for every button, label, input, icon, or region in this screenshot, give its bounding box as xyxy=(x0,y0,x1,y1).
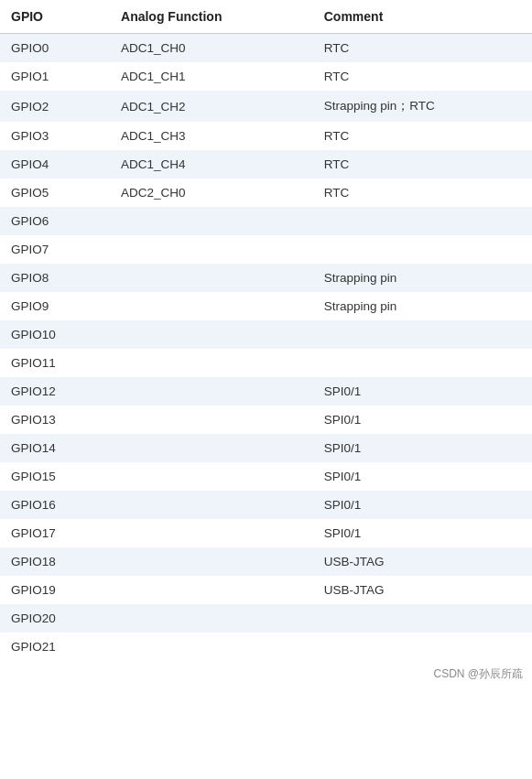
cell-gpio: GPIO13 xyxy=(0,406,110,434)
cell-gpio: GPIO0 xyxy=(0,34,110,63)
cell-comment: RTC xyxy=(313,122,532,150)
cell-analog xyxy=(110,377,313,406)
cell-gpio: GPIO18 xyxy=(0,547,110,576)
table-row: GPIO0ADC1_CH0RTC xyxy=(0,34,532,63)
table-row: GPIO8Strapping pin xyxy=(0,264,532,292)
cell-comment: SPI0/1 xyxy=(313,519,532,547)
cell-gpio: GPIO11 xyxy=(0,349,110,377)
cell-analog xyxy=(110,604,313,633)
cell-analog: ADC1_CH1 xyxy=(110,62,313,91)
cell-analog xyxy=(110,434,313,462)
cell-comment xyxy=(313,235,532,264)
cell-comment: SPI0/1 xyxy=(313,406,532,434)
cell-gpio: GPIO2 xyxy=(0,91,110,122)
header-analog: Analog Function xyxy=(110,0,313,34)
cell-comment: SPI0/1 xyxy=(313,377,532,406)
table-row: GPIO5ADC2_CH0RTC xyxy=(0,179,532,207)
cell-analog: ADC1_CH3 xyxy=(110,122,313,150)
cell-analog xyxy=(110,207,313,235)
table-row: GPIO7 xyxy=(0,235,532,264)
cell-gpio: GPIO21 xyxy=(0,633,110,661)
table-row: GPIO9Strapping pin xyxy=(0,292,532,320)
cell-analog xyxy=(110,491,313,519)
cell-comment: RTC xyxy=(313,150,532,179)
table-row: GPIO15SPI0/1 xyxy=(0,462,532,491)
header-comment: Comment xyxy=(313,0,532,34)
cell-analog xyxy=(110,406,313,434)
table-row: GPIO13SPI0/1 xyxy=(0,406,532,434)
cell-analog xyxy=(110,519,313,547)
cell-comment: SPI0/1 xyxy=(313,491,532,519)
cell-gpio: GPIO20 xyxy=(0,604,110,633)
main-table-container: GPIO Analog Function Comment GPIO0ADC1_C… xyxy=(0,0,532,687)
table-row: GPIO14SPI0/1 xyxy=(0,434,532,462)
cell-comment: RTC xyxy=(313,62,532,91)
cell-gpio: GPIO16 xyxy=(0,491,110,519)
cell-analog: ADC2_CH0 xyxy=(110,179,313,207)
cell-comment: USB-JTAG xyxy=(313,576,532,604)
cell-analog xyxy=(110,235,313,264)
table-row: GPIO17SPI0/1 xyxy=(0,519,532,547)
table-row: GPIO11 xyxy=(0,349,532,377)
cell-gpio: GPIO5 xyxy=(0,179,110,207)
cell-comment: SPI0/1 xyxy=(313,434,532,462)
gpio-table: GPIO Analog Function Comment GPIO0ADC1_C… xyxy=(0,0,532,661)
table-row: GPIO20 xyxy=(0,604,532,633)
cell-analog xyxy=(110,633,313,661)
cell-gpio: GPIO6 xyxy=(0,207,110,235)
cell-analog xyxy=(110,547,313,576)
table-header-row: GPIO Analog Function Comment xyxy=(0,0,532,34)
footer-credit: CSDN @孙辰所疏 xyxy=(0,661,532,687)
cell-comment xyxy=(313,349,532,377)
cell-gpio: GPIO1 xyxy=(0,62,110,91)
cell-gpio: GPIO8 xyxy=(0,264,110,292)
table-row: GPIO3ADC1_CH3RTC xyxy=(0,122,532,150)
cell-analog xyxy=(110,292,313,320)
cell-analog xyxy=(110,349,313,377)
table-row: GPIO12SPI0/1 xyxy=(0,377,532,406)
cell-analog: ADC1_CH4 xyxy=(110,150,313,179)
table-row: GPIO16SPI0/1 xyxy=(0,491,532,519)
cell-gpio: GPIO14 xyxy=(0,434,110,462)
cell-comment: SPI0/1 xyxy=(313,462,532,491)
cell-gpio: GPIO10 xyxy=(0,320,110,349)
table-row: GPIO10 xyxy=(0,320,532,349)
table-row: GPIO19USB-JTAG xyxy=(0,576,532,604)
cell-comment: Strapping pin；RTC xyxy=(313,91,532,122)
cell-comment xyxy=(313,633,532,661)
table-row: GPIO6 xyxy=(0,207,532,235)
cell-gpio: GPIO15 xyxy=(0,462,110,491)
cell-comment xyxy=(313,320,532,349)
cell-comment xyxy=(313,604,532,633)
cell-comment: Strapping pin xyxy=(313,264,532,292)
cell-gpio: GPIO17 xyxy=(0,519,110,547)
cell-comment: RTC xyxy=(313,179,532,207)
cell-analog: ADC1_CH2 xyxy=(110,91,313,122)
cell-gpio: GPIO9 xyxy=(0,292,110,320)
cell-comment xyxy=(313,207,532,235)
cell-analog: ADC1_CH0 xyxy=(110,34,313,63)
cell-analog xyxy=(110,462,313,491)
table-row: GPIO18USB-JTAG xyxy=(0,547,532,576)
cell-analog xyxy=(110,576,313,604)
cell-comment: Strapping pin xyxy=(313,292,532,320)
cell-gpio: GPIO12 xyxy=(0,377,110,406)
cell-gpio: GPIO3 xyxy=(0,122,110,150)
table-row: GPIO1ADC1_CH1RTC xyxy=(0,62,532,91)
table-row: GPIO21 xyxy=(0,633,532,661)
cell-gpio: GPIO7 xyxy=(0,235,110,264)
cell-analog xyxy=(110,320,313,349)
cell-gpio: GPIO4 xyxy=(0,150,110,179)
table-row: GPIO4ADC1_CH4RTC xyxy=(0,150,532,179)
table-row: GPIO2ADC1_CH2Strapping pin；RTC xyxy=(0,91,532,122)
cell-analog xyxy=(110,264,313,292)
cell-comment: USB-JTAG xyxy=(313,547,532,576)
cell-gpio: GPIO19 xyxy=(0,576,110,604)
header-gpio: GPIO xyxy=(0,0,110,34)
cell-comment: RTC xyxy=(313,34,532,63)
